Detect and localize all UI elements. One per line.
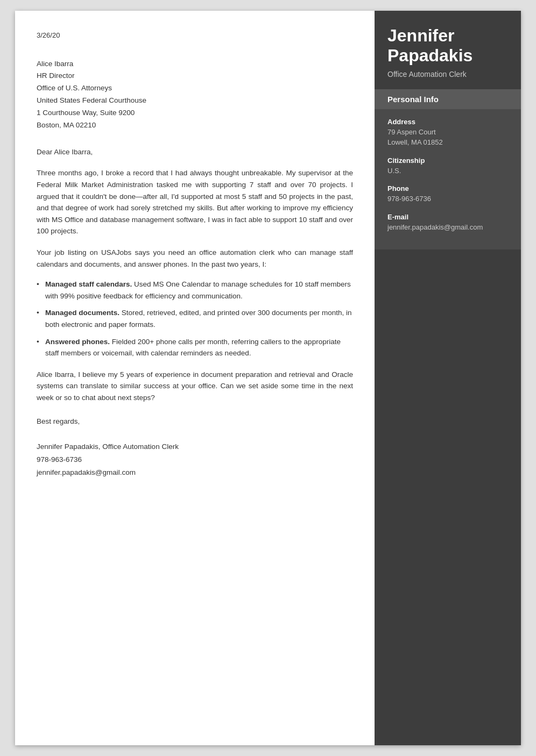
recipient-building: United States Federal Courthouse [37,95,353,107]
phone-value: 978-963-6736 [387,194,508,204]
recipient-office: Office of U.S. Attorneys [37,82,353,95]
sidebar-name-line2: Papadakis [387,46,472,65]
citizenship-value: U.S. [387,166,508,176]
sidebar-name: Jennifer Papadakis [387,26,508,66]
sidebar-panel: Jennifer Papadakis Office Automation Cle… [375,11,521,745]
email-value: jennifer.papadakis@gmail.com [387,222,508,233]
address-label: Address [387,118,508,126]
cover-letter-panel: 3/26/20 Alice Ibarra HR Director Office … [15,11,375,745]
sidebar-header: Jennifer Papadakis Office Automation Cle… [375,11,521,89]
recipient-title: HR Director [37,70,353,82]
body-paragraph-2-intro: Your job listing on USAJobs says you nee… [37,247,353,270]
letter-date: 3/26/20 [37,30,353,41]
citizenship-label: Citizenship [387,156,508,165]
recipient-city: Boston, MA 02210 [37,119,353,132]
phone-label: Phone [387,184,508,192]
phone-info-item: Phone 978-963-6736 [387,184,508,204]
citizenship-info-item: Citizenship U.S. [387,156,508,176]
sidebar-job-title: Office Automation Clerk [387,70,508,79]
personal-info-section: Personal Info Address 79 Aspen Court Low… [375,89,521,250]
sidebar-name-line1: Jennifer [387,26,454,45]
bullet-label-3: Answered phones. [45,338,110,346]
bullet-item-2: Managed documents. Stored, retrieved, ed… [37,307,353,330]
signature-phone: 978-963-6736 [37,453,353,466]
recipient-name: Alice Ibarra [37,58,353,70]
bullet-item-3: Answered phones. Fielded 200+ phone call… [37,336,353,359]
address-info-item: Address 79 Aspen Court Lowell, MA 01852 [387,118,508,148]
page-wrapper: 3/26/20 Alice Ibarra HR Director Office … [0,0,536,756]
body-paragraph-1: Three months ago, I broke a record that … [37,167,353,237]
email-label: E-mail [387,213,508,221]
bullet-label-2: Managed documents. [45,309,119,317]
document: 3/26/20 Alice Ibarra HR Director Office … [15,11,521,745]
bullet-item-1: Managed staff calendars. Used MS One Cal… [37,279,353,302]
address-line2: Lowell, MA 01852 [387,137,508,148]
personal-info-content: Address 79 Aspen Court Lowell, MA 01852 … [375,109,521,250]
signature-name-title: Jennifer Papadakis, Office Automation Cl… [37,440,353,453]
address-line1: 79 Aspen Court [387,127,508,138]
bullet-list: Managed staff calendars. Used MS One Cal… [37,279,353,359]
signature-email: jennifer.papadakis@gmail.com [37,466,353,479]
personal-info-heading: Personal Info [375,89,521,109]
signature-block: Jennifer Papadakis, Office Automation Cl… [37,440,353,480]
email-info-item: E-mail jennifer.papadakis@gmail.com [387,213,508,233]
recipient-block: Alice Ibarra HR Director Office of U.S. … [37,58,353,132]
recipient-suite: 1 Courthouse Way, Suite 9200 [37,107,353,119]
bullet-label-1: Managed staff calendars. [45,280,132,288]
salutation: Dear Alice Ibarra, [37,147,353,158]
body-paragraph-3: Alice Ibarra, I believe my 5 years of ex… [37,369,353,404]
closing: Best regards, [37,416,353,427]
